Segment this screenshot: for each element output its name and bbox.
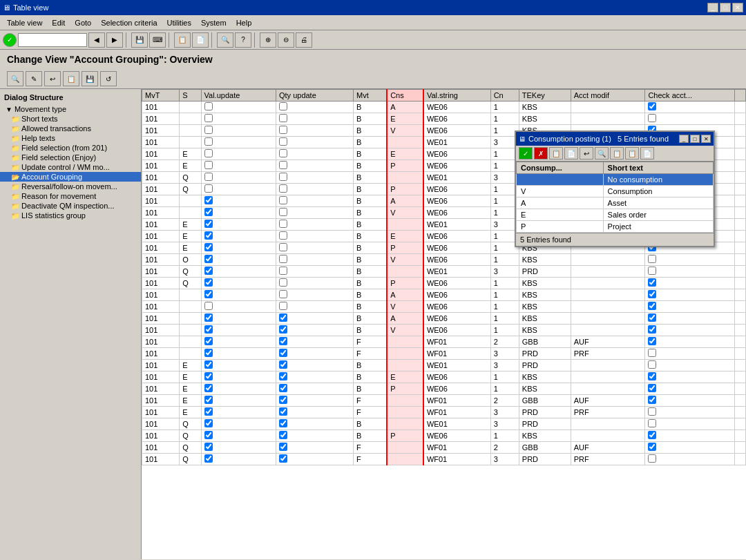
col-cn[interactable]: Cn (490, 90, 519, 102)
table-checkbox[interactable] (204, 384, 213, 392)
undo-btn[interactable]: ↺ (100, 71, 117, 86)
table-cell[interactable] (645, 348, 734, 360)
table-cell[interactable] (201, 254, 276, 266)
table-row[interactable]: 101BAWE061KBS (142, 313, 746, 325)
menu-help[interactable]: Help (232, 17, 256, 28)
tree-item-lis-stats[interactable]: 📁 LIS statistics group (0, 211, 141, 220)
table-cell[interactable] (276, 195, 353, 207)
table-checkbox[interactable] (648, 302, 656, 310)
table-checkbox[interactable] (204, 114, 213, 122)
table-checkbox[interactable] (279, 137, 287, 146)
col-tekey[interactable]: TEKey (519, 90, 571, 102)
table-row[interactable]: 101OBVWE061KBS (142, 254, 746, 266)
col-val-string[interactable]: Val.string (423, 90, 490, 102)
table-cell[interactable] (201, 102, 276, 113)
new-button[interactable]: ⊕ (260, 32, 276, 48)
table-cell[interactable] (201, 360, 276, 371)
table-cell[interactable] (276, 148, 353, 160)
col-qty-update[interactable]: Qty update (276, 90, 353, 102)
table-checkbox[interactable] (279, 313, 287, 322)
table-checkbox[interactable] (279, 290, 287, 298)
table-cell[interactable] (645, 113, 734, 125)
tree-item-short-texts[interactable]: 📁 Short texts (0, 114, 141, 124)
command-input[interactable] (18, 33, 87, 47)
table-cell[interactable] (201, 442, 276, 454)
table-row[interactable]: 101BAWE061KBS (142, 289, 746, 301)
table-checkbox[interactable] (279, 396, 287, 404)
ok-button[interactable]: ✓ (3, 33, 17, 47)
tree-item-movement-type[interactable]: ▼ Movement type (0, 104, 141, 114)
popup-close[interactable]: ✕ (701, 135, 711, 143)
minimize-button[interactable]: _ (707, 3, 718, 12)
table-cell[interactable] (645, 102, 734, 113)
table-checkbox[interactable] (204, 337, 213, 345)
tree-item-reversal[interactable]: 📁 Reversal/follow-on movem... (0, 182, 141, 191)
close-button[interactable]: ✕ (732, 3, 743, 12)
table-cell[interactable] (276, 242, 353, 254)
table-cell[interactable] (201, 301, 276, 313)
table-row[interactable]: 101BAWE061KBS (142, 102, 746, 113)
popup-cancel-btn[interactable]: ✗ (534, 147, 548, 160)
table-cell[interactable] (276, 430, 353, 442)
table-cell[interactable] (645, 383, 734, 395)
table-checkbox[interactable] (279, 149, 287, 157)
table-checkbox[interactable] (204, 302, 213, 310)
table-cell[interactable] (645, 360, 734, 371)
table-checkbox[interactable] (279, 325, 287, 334)
table-cell[interactable] (276, 266, 353, 278)
table-checkbox[interactable] (279, 337, 287, 345)
table-checkbox[interactable] (204, 278, 213, 287)
table-cell[interactable] (276, 336, 353, 348)
table-cell[interactable] (645, 301, 734, 313)
tree-item-help-texts[interactable]: 📁 Help texts (0, 133, 141, 143)
menu-goto[interactable]: Goto (70, 17, 95, 28)
popup-row[interactable]: No consumption (517, 174, 714, 186)
table-cell[interactable] (201, 407, 276, 418)
popup-maximize[interactable]: □ (690, 135, 700, 143)
table-cell[interactable] (201, 113, 276, 125)
table-checkbox[interactable] (279, 102, 287, 110)
table-row[interactable]: 101FWF013PRDPRF (142, 348, 746, 360)
table-checkbox[interactable] (204, 290, 213, 298)
popup-ok-btn[interactable]: ✓ (519, 147, 533, 160)
tree-item-update-control[interactable]: 📁 Update control / WM mo... (0, 162, 141, 172)
popup-paste-btn[interactable]: 📄 (564, 147, 578, 160)
table-checkbox[interactable] (204, 396, 213, 404)
table-cell[interactable] (276, 301, 353, 313)
col-val-update[interactable]: Val.update (201, 90, 276, 102)
table-checkbox[interactable] (204, 349, 213, 357)
table-cell[interactable] (276, 395, 353, 407)
table-cell[interactable] (276, 407, 353, 418)
table-checkbox[interactable] (648, 313, 656, 322)
table-checkbox[interactable] (648, 290, 656, 298)
table-cell[interactable] (276, 184, 353, 195)
popup-row[interactable]: ESales order (517, 209, 714, 221)
table-cell[interactable] (276, 418, 353, 430)
table-cell[interactable] (201, 242, 276, 254)
print-button[interactable]: 🖨 (296, 32, 312, 48)
table-cell[interactable] (645, 430, 734, 442)
table-checkbox[interactable] (648, 255, 656, 263)
table-checkbox[interactable] (204, 184, 213, 193)
popup-row[interactable]: PProject (517, 221, 714, 233)
table-row[interactable]: 101FWF012GBBAUF (142, 336, 746, 348)
back-btn[interactable]: ↩ (44, 71, 61, 86)
table-cell[interactable] (645, 266, 734, 278)
table-checkbox[interactable] (204, 407, 213, 416)
table-cell[interactable] (276, 160, 353, 172)
table-checkbox[interactable] (204, 431, 213, 439)
find-button[interactable]: 🔍 (217, 32, 233, 48)
table-checkbox[interactable] (279, 360, 287, 369)
table-checkbox[interactable] (279, 220, 287, 228)
table-checkbox[interactable] (648, 443, 656, 451)
table-checkbox[interactable] (648, 419, 656, 427)
table-checkbox[interactable] (204, 267, 213, 275)
table-cell[interactable] (276, 231, 353, 242)
table-row[interactable]: 101EFWF012GBBAUF (142, 395, 746, 407)
table-cell[interactable] (276, 383, 353, 395)
copy-button[interactable]: 📋 (174, 32, 191, 48)
table-checkbox[interactable] (648, 407, 656, 416)
popup-back-btn[interactable]: ↩ (580, 147, 593, 160)
table-row[interactable]: 101QFWF012GBBAUF (142, 442, 746, 454)
col-mvt2[interactable]: Mvt (354, 90, 388, 102)
